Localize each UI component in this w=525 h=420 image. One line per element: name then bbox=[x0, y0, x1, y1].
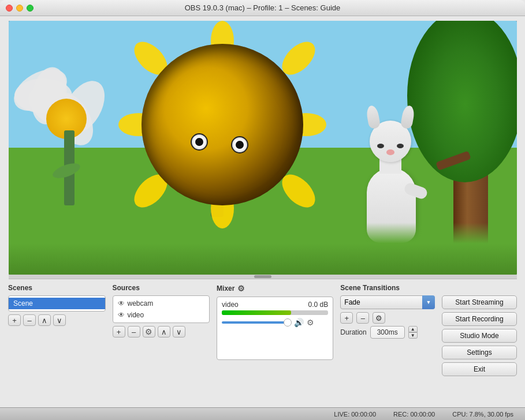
preview-background bbox=[9, 21, 517, 275]
sources-header: Sources bbox=[113, 284, 210, 292]
mixer-item-0: video 0.0 dB 🔊 ⚙ bbox=[222, 301, 328, 327]
mixer-header: Mixer ⚙ bbox=[217, 284, 333, 293]
mixer-gear-icon[interactable]: ⚙ bbox=[237, 284, 245, 293]
minimize-button[interactable] bbox=[16, 5, 23, 12]
start-recording-button[interactable]: Start Recording bbox=[442, 312, 517, 326]
mixer-settings-button[interactable]: ⚙ bbox=[307, 318, 314, 327]
duration-stepper: ▲ ▼ bbox=[408, 326, 418, 339]
mixer-spacer bbox=[217, 360, 333, 363]
preview-scrollbar[interactable] bbox=[9, 275, 517, 279]
scenes-up-button[interactable]: ∧ bbox=[38, 314, 51, 326]
close-button[interactable] bbox=[6, 5, 13, 12]
sources-label: Sources bbox=[113, 284, 140, 292]
statusbar: LIVE: 00:00:00 REC: 00:00:00 CPU: 7.8%, … bbox=[0, 407, 525, 420]
transition-add-button[interactable]: + bbox=[340, 312, 353, 324]
transitions-panel: Scene Transitions Fade + – ⚙ Duration ▲ … bbox=[340, 284, 435, 339]
duration-input[interactable] bbox=[370, 326, 405, 339]
transition-settings-button[interactable]: ⚙ bbox=[373, 312, 385, 324]
mixer-label: Mixer bbox=[217, 284, 234, 292]
fade-select-wrapper[interactable]: Fade bbox=[340, 295, 435, 309]
controls-row: Scenes Scene + – ∧ ∨ Sources bbox=[0, 279, 525, 383]
scenes-list[interactable]: Scene bbox=[8, 295, 106, 312]
scenes-header: Scenes bbox=[8, 284, 106, 292]
sources-toolbar: + – ⚙ ∧ ∨ bbox=[113, 326, 210, 337]
transitions-label: Scene Transitions bbox=[340, 284, 400, 292]
right-buttons-panel: Start Streaming Start Recording Studio M… bbox=[442, 284, 517, 376]
maximize-button[interactable] bbox=[27, 5, 33, 12]
scroll-thumb bbox=[254, 275, 271, 278]
sources-list[interactable]: 👁 webcam 👁 video bbox=[113, 295, 210, 323]
eye-icon-1: 👁 bbox=[118, 311, 125, 319]
sources-remove-button[interactable]: – bbox=[128, 326, 140, 337]
scenes-label: Scenes bbox=[8, 284, 32, 292]
mixer-content: video 0.0 dB 🔊 ⚙ bbox=[217, 297, 333, 360]
transitions-header: Scene Transitions bbox=[340, 284, 435, 292]
source-item-0[interactable]: 👁 webcam bbox=[113, 298, 210, 309]
grass bbox=[9, 223, 517, 275]
source-item-1[interactable]: 👁 video bbox=[113, 309, 210, 321]
sources-gear-icon: ⚙ bbox=[145, 327, 152, 336]
start-streaming-button[interactable]: Start Streaming bbox=[442, 295, 517, 309]
duration-label: Duration bbox=[340, 328, 366, 336]
transitions-toolbar: + – ⚙ bbox=[340, 312, 435, 324]
sources-down-button[interactable]: ∨ bbox=[173, 326, 185, 337]
mixer-volume-slider[interactable] bbox=[222, 321, 291, 324]
scenes-remove-button[interactable]: – bbox=[23, 314, 36, 326]
mixer-mute-button[interactable]: 🔊 bbox=[294, 318, 304, 327]
live-status: LIVE: 00:00:00 bbox=[334, 411, 376, 418]
scene-item-0[interactable]: Scene bbox=[9, 298, 105, 309]
mixer-controls: 🔊 ⚙ bbox=[222, 318, 328, 327]
window-title: OBS 19.0.3 (mac) – Profile: 1 – Scenes: … bbox=[185, 3, 341, 12]
sources-panel: Sources 👁 webcam 👁 video + – ⚙ ∧ bbox=[113, 284, 210, 337]
cpu-status: CPU: 7.8%, 30.00 fps bbox=[452, 411, 513, 418]
scenes-add-button[interactable]: + bbox=[8, 314, 21, 326]
transition-remove-button[interactable]: – bbox=[356, 312, 369, 324]
mixer-slider-thumb[interactable] bbox=[284, 318, 292, 327]
scenes-panel: Scenes Scene + – ∧ ∨ bbox=[8, 284, 106, 326]
duration-decrement-button[interactable]: ▼ bbox=[408, 332, 418, 339]
daisy-flower bbox=[20, 21, 124, 205]
rec-status: REC: 00:00:00 bbox=[393, 411, 435, 418]
sources-up-button[interactable]: ∧ bbox=[158, 326, 170, 337]
scenes-down-button[interactable]: ∨ bbox=[53, 314, 66, 326]
studio-mode-button[interactable]: Studio Mode bbox=[442, 329, 517, 343]
exit-button[interactable]: Exit bbox=[442, 362, 517, 376]
eye-icon-0: 👁 bbox=[118, 299, 125, 308]
mixer-track-label: video bbox=[222, 301, 239, 309]
preview-area bbox=[9, 21, 517, 275]
titlebar: OBS 19.0.3 (mac) – Profile: 1 – Scenes: … bbox=[0, 0, 525, 16]
sources-settings-button[interactable]: ⚙ bbox=[143, 326, 155, 337]
sources-add-button[interactable]: + bbox=[113, 326, 125, 337]
duration-increment-button[interactable]: ▲ bbox=[408, 326, 418, 332]
mixer-level-fill bbox=[222, 310, 291, 315]
duration-row: Duration ▲ ▼ bbox=[340, 326, 435, 339]
scenes-toolbar: + – ∧ ∨ bbox=[8, 314, 106, 326]
fade-select[interactable]: Fade bbox=[340, 295, 435, 309]
titlebar-buttons bbox=[6, 5, 33, 12]
mixer-panel: Mixer ⚙ video 0.0 dB 🔊 bbox=[217, 284, 333, 363]
mixer-level-bar bbox=[222, 310, 328, 315]
settings-button[interactable]: Settings bbox=[442, 346, 517, 359]
mixer-db-value: 0.0 dB bbox=[308, 301, 329, 309]
sunflower bbox=[130, 32, 315, 217]
